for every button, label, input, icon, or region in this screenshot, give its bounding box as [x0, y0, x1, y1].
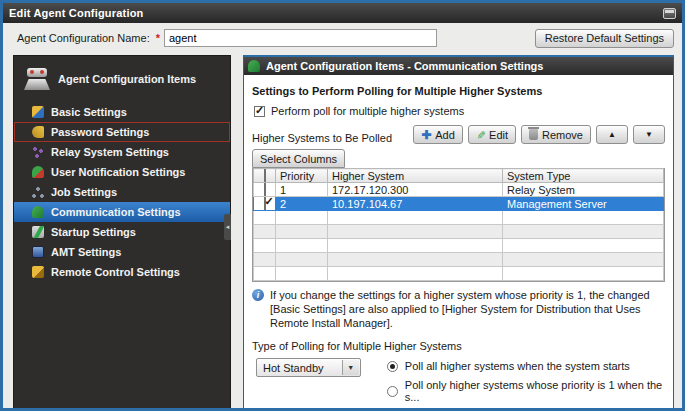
panel-header-label: Agent Configuration Items - Communicatio…: [266, 60, 543, 72]
radio-button-selected[interactable]: [387, 361, 398, 372]
sidebar-item-user-notification-settings[interactable]: User Notification Settings: [14, 162, 230, 182]
trash-icon: [529, 129, 538, 140]
column-header-system-type[interactable]: System Type: [503, 169, 664, 183]
agent-icon: [24, 68, 50, 90]
table-row[interactable]: 1 172.17.120.300 Relay System: [254, 183, 664, 197]
empty-row: [254, 239, 664, 253]
chevron-down-icon[interactable]: ▼: [342, 360, 359, 375]
password-settings-icon: [32, 126, 44, 138]
table-header-row: Priority Higher System System Type: [254, 169, 664, 183]
titlebar: Edit Agent Configuration: [3, 3, 682, 23]
communication-settings-panel: Agent Configuration Items - Communicatio…: [243, 55, 674, 411]
remote-control-settings-icon: [32, 266, 44, 278]
empty-row: [254, 211, 664, 225]
remove-button[interactable]: Remove: [521, 125, 591, 144]
panel-body: Settings to Perform Polling for Multiple…: [244, 75, 673, 411]
perform-poll-label: Perform poll for multiple higher systems: [271, 105, 464, 117]
sidebar-item-relay-system-settings[interactable]: Relay System Settings: [14, 142, 230, 162]
restore-default-settings-button[interactable]: Restore Default Settings: [535, 29, 674, 48]
startup-settings-icon: [32, 226, 44, 238]
main-area: Agent Configuration Items Basic Settings…: [3, 53, 682, 411]
sidebar-collapse-handle[interactable]: ◂: [224, 214, 231, 240]
agent-name-row: Agent Configuration Name: * Restore Defa…: [3, 23, 682, 53]
plus-icon: ✚: [421, 130, 431, 140]
info-text: If you change the settings for a higher …: [270, 289, 665, 330]
job-settings-icon: [32, 186, 44, 198]
perform-poll-checkbox[interactable]: [254, 106, 265, 117]
edit-agent-configuration-dialog: Edit Agent Configuration Agent Configura…: [0, 0, 685, 411]
sidebar-header-label: Agent Configuration Items: [58, 73, 196, 85]
user-notification-settings-icon: [32, 166, 44, 178]
sidebar-item-remote-control-settings[interactable]: Remote Control Settings: [14, 262, 230, 282]
sidebar-item-job-settings[interactable]: Job Settings: [14, 182, 230, 202]
row-checkbox[interactable]: [264, 197, 266, 211]
sidebar-item-amt-settings[interactable]: AMT Settings: [14, 242, 230, 262]
relay-system-settings-icon: [32, 146, 44, 158]
radio-button[interactable]: [387, 386, 398, 397]
amt-settings-icon: [32, 246, 44, 258]
select-all-checkbox[interactable]: [264, 169, 266, 183]
pencil-icon: ✎: [475, 130, 485, 139]
polling-type-dropdown[interactable]: Hot Standby ▼: [256, 358, 361, 377]
higher-systems-table: Priority Higher System System Type 1 172…: [252, 168, 665, 282]
radio-poll-all[interactable]: Poll all higher systems when the system …: [387, 360, 665, 372]
empty-row: [254, 267, 664, 281]
communication-settings-icon: [248, 60, 260, 72]
sidebar: Agent Configuration Items Basic Settings…: [13, 55, 231, 411]
restore-window-icon[interactable]: [663, 8, 676, 19]
sidebar-item-communication-settings[interactable]: Communication Settings: [14, 202, 230, 222]
window-title: Edit Agent Configuration: [9, 7, 663, 19]
edit-button[interactable]: ✎ Edit: [468, 125, 516, 144]
move-down-button[interactable]: ▼: [633, 125, 665, 144]
polling-radio-group: Poll all higher systems when the system …: [387, 358, 665, 411]
empty-row: [254, 225, 664, 239]
communication-settings-icon: [32, 206, 44, 218]
basic-settings-icon: [32, 106, 44, 118]
move-up-button[interactable]: ▲: [596, 125, 628, 144]
panel-header: Agent Configuration Items - Communicatio…: [244, 57, 673, 75]
required-asterisk: *: [156, 32, 160, 44]
empty-row: [254, 253, 664, 267]
agent-name-input[interactable]: [164, 29, 437, 47]
select-columns-button[interactable]: Select Columns: [252, 149, 345, 168]
column-header-higher-system[interactable]: Higher System: [328, 169, 503, 183]
agent-name-label: Agent Configuration Name:: [17, 32, 150, 44]
section-title: Settings to Perform Polling for Multiple…: [252, 85, 665, 97]
sidebar-item-password-settings[interactable]: Password Settings: [14, 122, 230, 142]
sidebar-item-basic-settings[interactable]: Basic Settings: [14, 102, 230, 122]
table-row-selected[interactable]: 2 10.197.104.67 Management Server: [254, 197, 664, 211]
radio-poll-priority-1[interactable]: Poll only higher systems whose priority …: [387, 379, 665, 403]
sidebar-header: Agent Configuration Items: [14, 62, 230, 102]
add-button[interactable]: ✚ Add: [413, 125, 463, 144]
column-header-priority[interactable]: Priority: [276, 169, 328, 183]
row-checkbox[interactable]: [264, 183, 266, 197]
info-icon: i: [252, 289, 264, 301]
sidebar-item-startup-settings[interactable]: Startup Settings: [14, 222, 230, 242]
higher-systems-label: Higher Systems to Be Polled: [252, 132, 392, 144]
polling-type-label: Type of Polling for Multiple Higher Syst…: [252, 340, 665, 352]
